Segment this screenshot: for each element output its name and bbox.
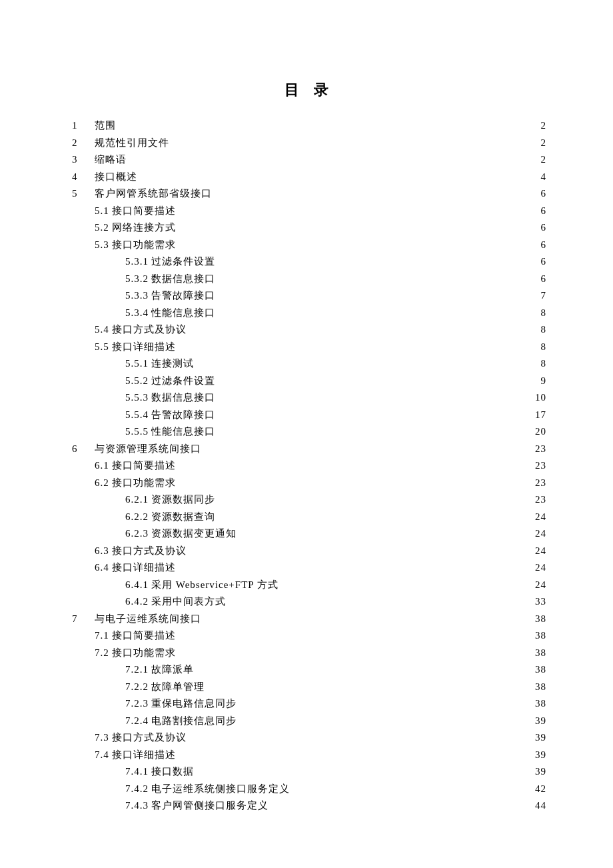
toc-section-number: 6.4.1	[125, 577, 149, 594]
toc-section-number: 5.3.2	[125, 271, 149, 288]
toc-section-number: 7.2.1	[125, 661, 149, 679]
toc-page-number: 6	[540, 185, 547, 203]
toc-page-number: 2	[540, 135, 547, 152]
toc-section-number: 5.3.1	[125, 253, 149, 271]
toc-entry-label: 故障单管理	[151, 679, 205, 696]
toc-chapter-number: 7	[72, 611, 95, 628]
toc-leader-dots	[215, 272, 540, 282]
toc-entry-label: 接口简要描述	[112, 457, 176, 475]
toc-section-number: 7.1	[95, 627, 109, 645]
toc-leader-dots	[279, 578, 534, 588]
toc-section-number: 5.5.4	[125, 407, 149, 424]
toc-leader-dots	[194, 357, 540, 367]
toc-leader-dots	[176, 646, 534, 656]
toc-section-number: 7.2.3	[125, 695, 149, 713]
toc-entry-label: 连接测试	[151, 355, 194, 373]
toc-page-number: 6	[540, 253, 547, 271]
toc-page-number: 24	[534, 525, 546, 543]
toc-leader-dots	[169, 136, 540, 146]
toc-section-number: 5.5.5	[125, 423, 149, 441]
toc-entry: 4接口概述4	[72, 169, 546, 186]
toc-entry-label: 接口数据	[151, 763, 194, 781]
toc-section-number: 5.1	[95, 203, 109, 220]
toc-entry-label: 接口方式及协议	[112, 543, 187, 560]
toc-section-number: 6.2	[95, 475, 109, 492]
toc-leader-dots	[201, 612, 534, 622]
toc-entry: 6.3接口方式及协议 24	[72, 543, 546, 560]
toc-entry: 5客户网管系统部省级接口6	[72, 185, 546, 203]
toc-entry: 6.4.2采用中间表方式33	[72, 593, 546, 611]
toc-entry-label: 告警故障接口	[151, 407, 215, 424]
toc-page-number: 4	[540, 169, 547, 186]
toc-page-number: 38	[534, 695, 546, 713]
toc-page-number: 38	[534, 679, 546, 696]
toc-page-number: 23	[534, 441, 546, 458]
toc-entry: 3缩略语2	[72, 151, 546, 169]
toc-section-number: 6.3	[95, 543, 109, 560]
toc-page-number: 38	[534, 645, 546, 662]
toc-entry: 5.5.5性能信息接口20	[72, 423, 546, 441]
toc-entry: 7与电子运维系统间接口38	[72, 611, 546, 628]
toc-page-number: 6	[540, 237, 547, 254]
toc-entry: 6.2接口功能需求 23	[72, 475, 546, 492]
toc-entry-label: 重保电路信息同步	[151, 695, 237, 713]
toc-leader-dots	[215, 374, 540, 384]
toc-list: 1范围22规范性引用文件23缩略语24接口概述45客户网管系统部省级接口65.1…	[72, 117, 546, 815]
toc-page-number: 23	[534, 491, 546, 509]
toc-section-number: 7.3	[95, 729, 109, 747]
toc-leader-dots	[237, 714, 534, 724]
toc-page-number: 33	[534, 593, 546, 611]
toc-entry-label: 电路割接信息同步	[151, 713, 237, 730]
toc-entry: 7.3接口方式及协议 39	[72, 729, 546, 747]
toc-page-number: 6	[540, 203, 547, 220]
toc-entry: 5.3.3告警故障接口7	[72, 287, 546, 305]
toc-entry: 7.1接口简要描述 38	[72, 627, 546, 645]
toc-entry: 5.3.1过滤条件设置6	[72, 253, 546, 271]
toc-entry-label: 接口详细描述	[112, 559, 176, 577]
toc-entry: 5.2网络连接方式 6	[72, 219, 546, 237]
toc-chapter-number: 5	[72, 185, 95, 203]
toc-entry-label: 与资源管理系统间接口	[95, 441, 201, 458]
toc-section-number: 7.2.2	[125, 679, 149, 696]
toc-leader-dots	[215, 306, 540, 316]
toc-section-number: 5.2	[95, 219, 109, 237]
toc-entry-label: 性能信息接口	[151, 423, 215, 441]
toc-page-number: 24	[534, 509, 546, 526]
toc-title: 目 录	[72, 80, 546, 100]
toc-entry-label: 客户网管侧接口服务定义	[151, 797, 269, 815]
toc-entry: 5.5.2过滤条件设置9	[72, 373, 546, 390]
toc-leader-dots	[201, 442, 534, 452]
toc-entry: 6.4接口详细描述 24	[72, 559, 546, 577]
toc-section-number: 5.3.3	[125, 287, 149, 305]
toc-entry-label: 过滤条件设置	[151, 373, 215, 390]
toc-entry-label: 资源数据变更通知	[151, 525, 237, 543]
toc-leader-dots	[212, 187, 540, 197]
toc-entry: 6.1接口简要描述 23	[72, 457, 546, 475]
toc-entry-label: 缩略语	[95, 151, 127, 169]
toc-entry-label: 接口功能需求	[112, 475, 176, 492]
toc-section-number: 6.1	[95, 457, 109, 475]
toc-leader-dots	[176, 629, 534, 639]
toc-leader-dots	[116, 119, 540, 129]
toc-leader-dots	[176, 748, 534, 758]
toc-chapter-number: 2	[72, 135, 95, 152]
toc-section-number: 7.2	[95, 645, 109, 662]
toc-entry-label: 故障派单	[151, 661, 194, 679]
toc-section-number: 6.4	[95, 559, 109, 577]
toc-page-number: 24	[534, 543, 546, 560]
toc-entry-label: 接口功能需求	[112, 237, 176, 254]
toc-entry-label: 过滤条件设置	[151, 253, 215, 271]
toc-entry-label: 接口概述	[95, 169, 137, 186]
toc-leader-dots	[176, 476, 534, 486]
toc-leader-dots	[290, 782, 534, 792]
toc-leader-dots	[176, 238, 540, 248]
toc-chapter-number: 1	[72, 117, 95, 135]
toc-entry-label: 接口简要描述	[112, 203, 176, 220]
toc-page-number: 10	[534, 389, 546, 407]
toc-leader-dots	[215, 391, 534, 401]
toc-leader-dots	[176, 561, 534, 571]
toc-leader-dots	[176, 204, 540, 214]
toc-page-number: 23	[534, 475, 546, 492]
toc-page-number: 38	[534, 661, 546, 679]
toc-entry-label: 电子运维系统侧接口服务定义	[151, 781, 290, 798]
